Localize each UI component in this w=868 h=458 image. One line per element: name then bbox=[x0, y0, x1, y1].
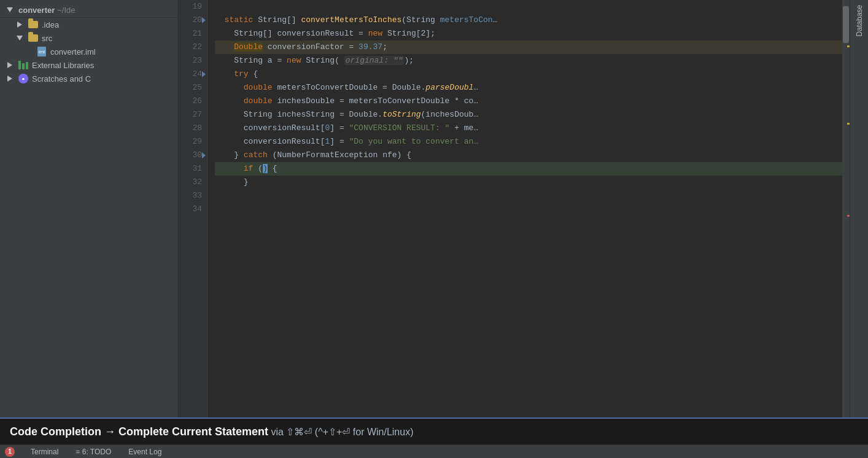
project-title: converter bbox=[18, 6, 55, 15]
project-path: ~/Ide bbox=[57, 6, 75, 15]
sidebar-item-external-libraries[interactable]: External Libraries bbox=[0, 58, 177, 72]
scratches-collapse-icon bbox=[5, 74, 15, 83]
code-line-19 bbox=[215, 0, 842, 14]
code-line-25: double metersToConvertDouble = Double.pa… bbox=[215, 81, 842, 95]
sidebar-item-scratches[interactable]: Scratches and C bbox=[0, 72, 177, 85]
hint-prefix: Code Completion → Complete Current State… bbox=[10, 425, 268, 438]
code-line-27: String inchesString = Double.toString(in… bbox=[215, 108, 842, 122]
ln-24: 24 bbox=[178, 68, 202, 81]
bottom-hint: Code Completion → Complete Current State… bbox=[10, 425, 413, 438]
ln-22: 22 bbox=[178, 41, 202, 54]
libs-collapse-icon bbox=[5, 60, 15, 70]
code-line-20: static String[] convertMetersToInches(St… bbox=[215, 14, 842, 27]
project-header[interactable]: converter ~/Ide bbox=[0, 2, 177, 18]
editor-area: 19 20 21 22 23 24 25 26 27 28 29 30 31 3… bbox=[178, 0, 850, 417]
iml-file-icon: iml bbox=[37, 47, 47, 56]
code-line-24: try { bbox=[215, 68, 842, 81]
terminal-tab[interactable]: Terminal bbox=[27, 446, 62, 457]
ln-34: 34 bbox=[178, 203, 202, 216]
ln-20: 20 bbox=[178, 14, 202, 27]
scrollbar-thumb[interactable] bbox=[843, 6, 849, 43]
idea-folder-icon bbox=[28, 20, 38, 29]
code-line-32: } bbox=[215, 176, 842, 189]
idea-collapse-icon bbox=[15, 20, 25, 29]
hint-suffix: via ⇧⌘⏎ (^+⇧+⏎ for Win/Linux) bbox=[268, 427, 413, 437]
ln-19: 19 bbox=[178, 0, 202, 14]
iml-label: converter.iml bbox=[50, 47, 96, 56]
ln-21: 21 bbox=[178, 27, 202, 41]
code-line-30: } catch (NumberFormatException nfe) { bbox=[215, 149, 842, 162]
gutter-mark-3 bbox=[847, 215, 850, 217]
project-collapse-icon[interactable] bbox=[5, 5, 15, 15]
code-line-34 bbox=[215, 203, 842, 216]
event-log-tab[interactable]: Event Log bbox=[125, 446, 165, 457]
code-line-23: String a = new String( original: ""); bbox=[215, 54, 842, 68]
ln-31: 31 bbox=[178, 162, 202, 176]
code-line-29: conversionResult[1] = "Do you want to co… bbox=[215, 135, 842, 149]
sidebar: converter ~/Ide .idea src i bbox=[0, 0, 178, 417]
line-numbers: 19 20 21 22 23 24 25 26 27 28 29 30 31 3… bbox=[178, 0, 207, 417]
code-line-22: Double conversionFactor = 39.37; bbox=[215, 41, 842, 54]
ln-29: 29 bbox=[178, 135, 202, 149]
todo-tab[interactable]: = 6: TODO bbox=[72, 446, 115, 457]
ln-27: 27 bbox=[178, 108, 202, 122]
ln-30: 30 bbox=[178, 149, 202, 162]
scratches-label: Scratches and C bbox=[32, 74, 91, 83]
sidebar-item-converter-iml[interactable]: iml converter.iml bbox=[0, 45, 177, 58]
main-area: converter ~/Ide .idea src i bbox=[0, 0, 868, 417]
scrollbar-track[interactable] bbox=[842, 0, 850, 417]
ln-25: 25 bbox=[178, 81, 202, 95]
code-line-21: String[] conversionResult = new String[2… bbox=[215, 27, 842, 41]
src-folder-icon bbox=[28, 33, 38, 43]
src-label: src bbox=[42, 34, 52, 43]
gutter-mark-1 bbox=[847, 45, 850, 47]
db-label[interactable]: Database bbox=[855, 0, 864, 41]
ln-26: 26 bbox=[178, 95, 202, 108]
ln-32: 32 bbox=[178, 176, 202, 189]
code-line-33 bbox=[215, 189, 842, 203]
external-libraries-label: External Libraries bbox=[32, 61, 94, 70]
code-content[interactable]: static String[] convertMetersToInches(St… bbox=[207, 0, 842, 417]
sidebar-item-src[interactable]: src bbox=[0, 31, 177, 45]
db-sidebar[interactable]: Database bbox=[850, 0, 868, 417]
status-bar: 1 Terminal = 6: TODO Event Log bbox=[0, 444, 868, 458]
ln-23: 23 bbox=[178, 54, 202, 68]
gutter-mark-2 bbox=[847, 123, 850, 125]
idea-label: .idea bbox=[42, 20, 59, 29]
scratches-icon bbox=[18, 74, 28, 83]
code-line-31: if () { bbox=[215, 162, 842, 176]
src-collapse-icon bbox=[15, 33, 25, 43]
ln-28: 28 bbox=[178, 122, 202, 135]
libs-icon bbox=[18, 60, 28, 70]
bottom-bar: Code Completion → Complete Current State… bbox=[0, 417, 868, 444]
sidebar-item-idea[interactable]: .idea bbox=[0, 18, 177, 31]
code-line-28: conversionResult[0] = "CONVERSION RESULT… bbox=[215, 122, 842, 135]
error-badge: 1 bbox=[5, 447, 15, 457]
ln-33: 33 bbox=[178, 189, 202, 203]
code-line-26: double inchesDouble = metersToConvertDou… bbox=[215, 95, 842, 108]
